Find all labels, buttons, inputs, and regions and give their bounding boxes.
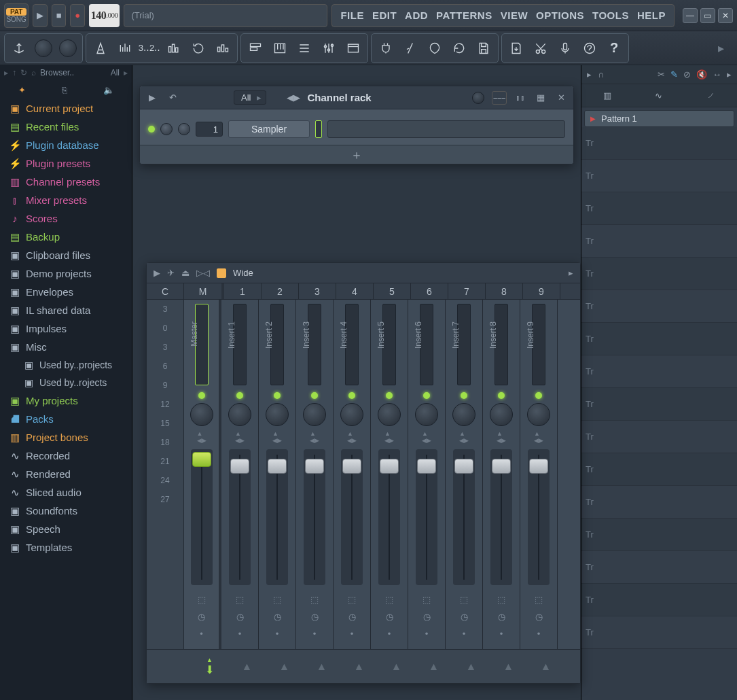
track-enable-led[interactable] <box>198 392 205 399</box>
playlist-track[interactable]: Tr <box>581 421 737 453</box>
browser-item[interactable]: ⚡Plugin presets <box>0 154 132 173</box>
dot-icon[interactable]: • <box>313 629 317 639</box>
track-header[interactable]: 8 <box>486 283 523 299</box>
fader[interactable] <box>266 449 288 585</box>
browser-item[interactable]: ▣IL shared data <box>0 301 132 319</box>
browser-back-icon[interactable]: ▸ <box>4 68 8 77</box>
send-arrow-icon[interactable]: ▲ <box>303 661 340 673</box>
track-header[interactable]: 1 <box>224 283 262 299</box>
clock-icon[interactable]: ◷ <box>498 612 505 622</box>
stereo-sep-icon[interactable]: ▲◀▶ <box>534 430 543 444</box>
pat-song-toggle[interactable]: PAT SONG <box>4 3 29 28</box>
track-header[interactable]: 2 <box>262 283 299 299</box>
cut-icon[interactable] <box>528 36 553 60</box>
playlist-track[interactable]: Tr <box>581 519 737 551</box>
fader[interactable] <box>528 449 550 585</box>
stereo-sep-icon[interactable]: ▲◀▶ <box>347 430 357 444</box>
pattern-play-icon[interactable]: ▶ <box>590 115 596 122</box>
pianoroll-icon[interactable] <box>268 36 292 60</box>
clock-icon[interactable]: ◷ <box>423 612 431 622</box>
dot-icon[interactable]: • <box>537 629 541 639</box>
track-header[interactable]: C <box>147 283 184 299</box>
more-tools-icon[interactable]: ▸ <box>708 36 733 60</box>
rack-knob-icon[interactable] <box>471 91 485 105</box>
maximize-button[interactable]: ▭ <box>700 8 715 23</box>
mixer-wave-icon[interactable]: ▷◁ <box>196 268 210 278</box>
mixer-menu-icon[interactable]: ▶ <box>154 268 160 278</box>
browser-filter[interactable]: All <box>111 68 120 77</box>
fx-icon[interactable]: ⬚ <box>236 595 244 605</box>
fader[interactable] <box>341 449 363 585</box>
mixer-icon[interactable] <box>317 36 341 60</box>
cut-tool-icon[interactable]: ✂ <box>658 69 665 80</box>
browser-item[interactable]: ▣Misc <box>0 338 132 356</box>
browser-icon[interactable] <box>341 36 365 60</box>
track-header[interactable]: 9 <box>523 283 560 299</box>
insert-track[interactable]: Insert 4▲◀▶⬚◷• <box>334 300 371 649</box>
stereo-sep-icon[interactable]: ▲◀▶ <box>272 430 282 444</box>
channel-button[interactable]: Sampler <box>228 120 310 138</box>
send-arrow-icon[interactable]: ▲ <box>340 661 378 673</box>
browser-item[interactable]: ▤Backup <box>0 228 132 246</box>
playlist-track[interactable]: Tr <box>581 192 737 225</box>
browser-item[interactable]: ∿Recorded <box>0 447 132 465</box>
step-icon[interactable] <box>211 36 235 60</box>
channel-pan-knob[interactable] <box>160 123 173 135</box>
tap-icon[interactable] <box>398 36 423 60</box>
browser-item[interactable]: ▣Envelopes <box>0 283 132 301</box>
insert-track[interactable]: Insert 7▲◀▶⬚◷• <box>446 300 483 649</box>
browser-item[interactable]: ▣Used by..projects <box>0 356 132 374</box>
channelrack-icon[interactable] <box>292 36 317 60</box>
pan-knob[interactable] <box>378 403 401 426</box>
countdown-icon[interactable]: 3‥2‥ <box>137 36 162 60</box>
browser-item[interactable]: ▣Clipboard files <box>0 246 132 264</box>
send-arrow-icon[interactable]: ▲⬇ <box>191 657 228 676</box>
playlist-track[interactable]: Tr <box>581 355 737 388</box>
browser-search-icon[interactable]: ⌕ <box>31 68 36 77</box>
clock-icon[interactable]: ◷ <box>274 612 281 622</box>
channel-vol-knob[interactable] <box>178 123 190 135</box>
rack-filter-select[interactable]: All <box>234 90 266 105</box>
fader[interactable] <box>453 449 475 585</box>
playlist-track[interactable]: Tr <box>581 225 737 258</box>
auto-mode-icon[interactable]: ⟋ <box>706 90 715 101</box>
playlist-track[interactable]: Tr <box>581 127 737 160</box>
fx-icon[interactable]: ⬚ <box>273 595 281 605</box>
add-channel-button[interactable]: ＋ <box>140 145 573 164</box>
mixer-plugin-icon[interactable]: ⏏ <box>181 268 190 278</box>
clock-icon[interactable]: ◷ <box>461 612 468 622</box>
touch-icon[interactable] <box>423 36 447 60</box>
insert-track[interactable]: Insert 9▲◀▶⬚◷• <box>520 300 558 649</box>
audio-icon[interactable]: 🔈 <box>103 85 114 95</box>
stereo-sep-icon[interactable]: ▲◀▶ <box>422 430 431 444</box>
master-track[interactable]: Master▲◀▶⬚◷• <box>184 300 221 649</box>
dot-icon[interactable]: • <box>350 629 354 639</box>
stereo-sep-icon[interactable]: ▲◀▶ <box>310 430 319 444</box>
pan-knob[interactable] <box>228 403 251 426</box>
mixer-layout-icon[interactable] <box>217 268 226 278</box>
fx-icon[interactable]: ⬚ <box>423 595 431 605</box>
clock-icon[interactable]: ◷ <box>386 612 393 622</box>
track-header[interactable]: 7 <box>448 283 486 299</box>
clock-icon[interactable]: ◷ <box>311 612 319 622</box>
tempo-display[interactable]: 140.000 <box>89 4 120 27</box>
track-header[interactable]: 3 <box>299 283 336 299</box>
copy-icon[interactable]: ⎘ <box>62 85 67 95</box>
clock-icon[interactable]: ◷ <box>198 612 205 622</box>
pan-knob[interactable] <box>266 403 289 426</box>
browser-item[interactable]: ∿Sliced audio <box>0 483 132 502</box>
pan-knob[interactable] <box>303 403 326 426</box>
browser-item[interactable]: ▥Channel presets <box>0 173 132 191</box>
track-enable-led[interactable] <box>311 392 318 399</box>
dot-icon[interactable]: • <box>276 629 279 639</box>
info-icon[interactable] <box>577 36 602 60</box>
save-icon[interactable] <box>471 36 496 60</box>
pan-knob[interactable] <box>452 403 475 426</box>
help-icon[interactable]: ? <box>602 36 626 60</box>
browser-item[interactable]: ▣Templates <box>0 538 132 557</box>
dot-icon[interactable]: • <box>238 629 242 639</box>
metronome-icon[interactable] <box>88 36 113 60</box>
loop-icon[interactable] <box>186 36 211 60</box>
browser-item[interactable]: ⚡Plugin database <box>0 136 132 154</box>
playlist-track[interactable]: Tr <box>581 486 737 519</box>
